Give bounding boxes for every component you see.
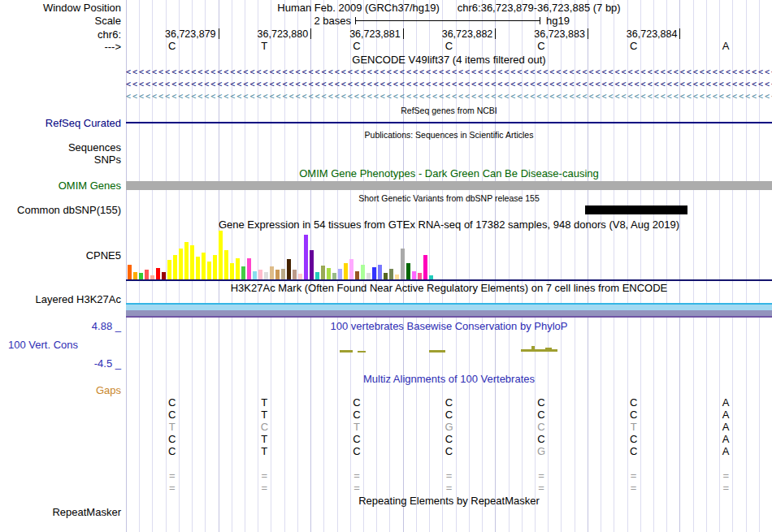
gtex-tissue-bar[interactable] [412,271,416,279]
gtex-tissue-bar[interactable] [401,249,405,279]
h3k27ac-title[interactable]: H3K27Ac Mark (Often Found Near Active Re… [126,282,772,294]
publications-title[interactable]: Publications: Sequences in Scientific Ar… [126,130,772,141]
sequences-label[interactable]: Sequences [0,141,121,154]
gtex-tissue-bar[interactable] [275,270,280,279]
gtex-tissue-bar[interactable] [184,242,189,279]
snps-label[interactable]: SNPs [0,154,121,166]
ruler-position-label: 36,723,883 [523,28,585,40]
omim-gene-bar[interactable] [126,181,772,190]
h3k27ac-label[interactable]: Layered H3K27Ac [0,293,121,305]
gtex-tissue-bar[interactable] [344,263,348,279]
alignment-base: C [531,409,552,421]
gtex-tissue-bar[interactable] [253,271,257,279]
gtex-tissue-bar[interactable] [406,263,410,279]
gtex-tissue-bar[interactable] [156,268,160,279]
gtex-tissue-bar[interactable] [310,250,314,279]
alignment-base: A [715,421,736,433]
alignment-base: = [439,469,460,482]
alignment-base: = [715,469,736,482]
gtex-tissue-bar[interactable] [167,260,171,279]
gtex-tissue-bar[interactable] [287,259,291,279]
gtex-tissue-bar[interactable] [230,263,234,279]
gtex-tissue-bar[interactable] [128,265,132,279]
dbsnp-title[interactable]: Short Genetic Variants from dbSNP releas… [126,193,772,204]
refseq-gene-bar[interactable] [126,122,772,123]
gtex-tissue-bar[interactable] [355,271,359,279]
gtex-tissue-bar[interactable] [219,231,223,279]
multiz-title[interactable]: Multiz Alignments of 100 Vertebrates [126,373,772,385]
omim-title[interactable]: OMIM Gene Phenotypes - Dark Green Can Be… [126,167,772,179]
gtex-title[interactable]: Gene Expression in 54 tissues from GTEx … [126,218,772,231]
gencode-title[interactable]: GENCODE V49lift37 (4 items filtered out) [126,54,772,66]
gaps-label[interactable]: Gaps [0,384,121,396]
gtex-tissue-bar[interactable] [179,249,183,279]
gtex-tissue-bar[interactable] [293,270,297,279]
gtex-tissue-bar[interactable] [338,269,342,279]
gtex-tissue-bar[interactable] [236,258,240,279]
gtex-tissue-bar[interactable] [207,262,211,279]
gtex-tissue-bar[interactable] [202,253,206,279]
repeatmasker-label[interactable]: RepeatMasker [0,506,121,518]
gtex-tissue-bar[interactable] [281,269,285,279]
h3k27ac-band-bottom[interactable] [126,316,772,318]
gtex-tissue-bar[interactable] [247,258,251,279]
gtex-tissue-bar[interactable] [270,266,274,279]
alignment-base: C [623,445,644,457]
gtex-tissue-bar[interactable] [389,269,393,279]
gtex-tissue-bar[interactable] [133,272,137,279]
gtex-tissue-bar[interactable] [384,273,388,279]
alignment-base: C [162,409,183,421]
repeatmasker-title[interactable]: Repeating Elements by RepeatMasker [126,495,772,507]
dbsnp-variant-bar[interactable] [585,205,687,214]
gtex-tissue-bar[interactable] [139,273,143,279]
gtex-tissue-bar[interactable] [332,273,336,279]
gtex-tissue-bar[interactable] [378,265,382,279]
gtex-bars [126,231,772,279]
gtex-tissue-bar[interactable] [173,255,177,279]
gtex-tissue-bar[interactable] [418,273,422,279]
gtex-tissue-bar[interactable] [327,268,331,279]
scale-bar-left-tick [355,17,356,24]
gtex-tissue-bar[interactable] [241,266,245,279]
h3k27ac-band-blue[interactable] [126,305,772,310]
alignment-base: C [162,433,183,445]
alignment-base: T [162,421,183,433]
gtex-tissue-bar[interactable] [304,235,308,279]
base-letter: C [346,40,367,52]
alignment-base: = [623,469,644,482]
gtex-tissue-bar[interactable] [224,250,228,279]
gtex-tissue-bar[interactable] [321,266,325,279]
alignment-base: = [623,482,644,494]
gtex-tissue-bar[interactable] [372,267,376,279]
gtex-tissue-bar[interactable] [264,272,268,279]
gtex-tissue-bar[interactable] [349,259,353,279]
header-title: Human Feb. 2009 (GRCh37/hg19)chr6:36,723… [126,2,772,14]
gtex-label[interactable]: CPNE5 [0,249,121,262]
dbsnp-label[interactable]: Common dbSNP(155) [0,204,121,216]
transcript-row[interactable]: <<<<<<<<<<<<<<<<<<<<<<<<<<<<<<<<<<<<<<<<… [126,67,772,78]
transcript-row[interactable]: <<<<<<<<<<<<<<<<<<<<<<<<<<<<<<<<<<<<<<<<… [126,79,772,90]
omim-label[interactable]: OMIM Genes [0,179,121,192]
h3k27ac-band-purple[interactable] [126,310,772,316]
gtex-tissue-bar[interactable] [190,245,194,279]
ruler-tick [219,28,219,39]
gtex-tissue-bar[interactable] [298,274,302,279]
gtex-tissue-bar[interactable] [361,265,365,279]
gtex-tissue-bar[interactable] [162,272,166,279]
gtex-tissue-bar[interactable] [213,255,217,279]
conservation-mark [340,350,353,353]
refseq-title[interactable]: RefSeq genes from NCBI [126,106,772,116]
transcript-row[interactable]: <<<<<<<<<<<<<<<<<<<<<<<<<<<<<<<<<<<<<<<<… [126,91,772,102]
gtex-tissue-bar[interactable] [366,273,371,279]
conservation-label[interactable]: 100 Vert. Cons [8,339,78,351]
alignment-base: G [531,445,552,457]
gtex-tissue-bar[interactable] [145,270,149,279]
gtex-tissue-bar[interactable] [196,257,200,279]
conservation-title[interactable]: 100 vertebrates Basewise Conservation by… [126,320,772,332]
gtex-tissue-bar[interactable] [258,270,262,279]
gtex-tissue-bar[interactable] [423,255,427,279]
refseq-label[interactable]: RefSeq Curated [0,117,121,129]
gtex-tissue-bar[interactable] [315,272,319,279]
ruler-position-label: 36,723,881 [339,28,401,40]
alignment-base: C [346,396,367,409]
